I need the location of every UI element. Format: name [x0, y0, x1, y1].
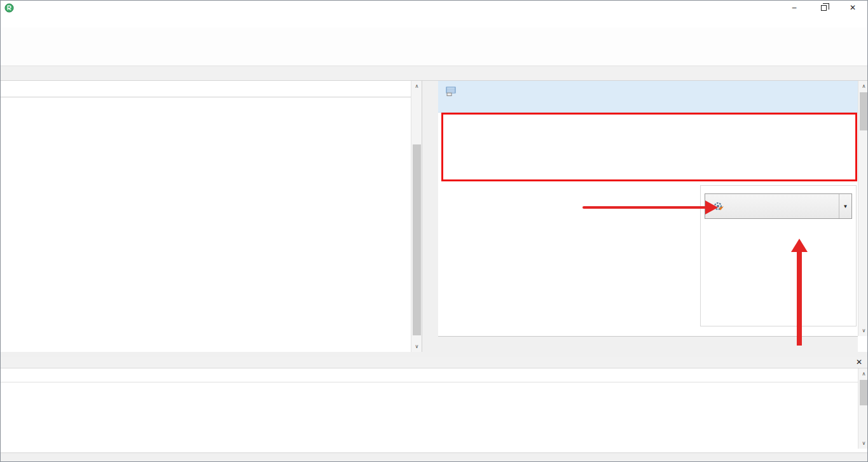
log-splitter[interactable] — [1, 352, 867, 357]
log-scrollbar[interactable]: ∧ ∨ — [858, 368, 868, 449]
tree-scrollbar[interactable]: ∧ ∨ — [411, 81, 422, 352]
log-close-icon[interactable]: ✕ — [856, 358, 862, 367]
restore-button[interactable] — [809, 1, 838, 15]
scroll-up-icon[interactable]: ∧ — [858, 81, 868, 92]
raid-set-region — [441, 113, 857, 181]
title-bar: – ✕ — [1, 1, 867, 15]
scroll-up-icon[interactable]: ∧ — [858, 368, 868, 379]
raid-parameters-group: ▼ — [700, 185, 857, 326]
annotation-arrow-horizontal — [582, 206, 707, 209]
auto-detect-combo[interactable]: ▼ — [705, 193, 852, 219]
scroll-down-icon[interactable]: ∨ — [411, 341, 422, 352]
annotation-arrow-vertical-head — [791, 239, 808, 252]
app-icon — [4, 3, 14, 13]
main-toolbar — [1, 27, 867, 66]
reverse-raid-icon — [446, 86, 456, 96]
reverse-raid-header — [438, 81, 858, 113]
panel-splitter[interactable] — [422, 81, 438, 352]
scroll-down-icon[interactable]: ∨ — [858, 438, 868, 449]
chevron-down-icon[interactable]: ▼ — [839, 194, 851, 218]
tree-scrollbar-thumb[interactable] — [413, 144, 421, 335]
scroll-down-icon[interactable]: ∨ — [858, 325, 868, 336]
status-bar — [1, 452, 867, 462]
minimize-button[interactable]: – — [780, 1, 809, 15]
scroll-up-icon[interactable]: ∧ — [411, 81, 422, 92]
device-tree-header — [1, 81, 422, 97]
close-button[interactable]: ✕ — [838, 1, 867, 15]
activate-windows-watermark — [637, 413, 853, 416]
right-panel-scrollbar[interactable]: ∧ ∨ — [858, 81, 868, 336]
restore-icon — [821, 5, 827, 11]
menu-bar — [1, 15, 867, 27]
log-header: ✕ — [1, 357, 867, 368]
annotation-arrow-vertical — [797, 251, 802, 346]
device-tree-panel — [1, 81, 422, 352]
view-tab-bar — [1, 66, 867, 81]
raid-set-toolbar — [443, 115, 855, 129]
log-scrollbar-thumb[interactable] — [860, 380, 868, 405]
right-bottom-tabbar — [438, 336, 858, 352]
log-column-header — [1, 368, 858, 382]
right-scrollbar-thumb[interactable] — [860, 92, 868, 130]
annotation-arrow-horizontal-head — [705, 200, 718, 214]
app-window: – ✕ ∧ ∨ — [0, 0, 868, 462]
